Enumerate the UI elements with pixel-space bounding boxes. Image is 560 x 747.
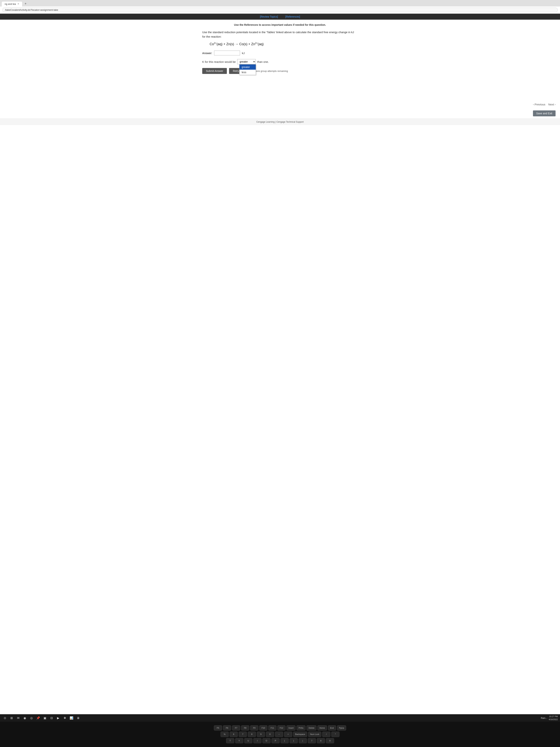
- taskbar-media-icon[interactable]: ▶: [56, 716, 61, 721]
- k-suffix: than one.: [257, 60, 269, 63]
- tab-label: ng and lea: [5, 3, 16, 5]
- reaction-formula: Co2+(aq) + Zn(s) → Co(s) + Zn2+(aq): [210, 42, 358, 46]
- key-y[interactable]: Y: [235, 738, 243, 743]
- question-text: Use the standard reduction potentials lo…: [202, 30, 358, 39]
- taskbar: ⊙ ⊞ ✉ ◉ ◎ 📌 ▣ ⊟ ▶ ❖ 📊 🖥 Rain... 10:27 PM…: [0, 714, 560, 722]
- dropdown-item-greater[interactable]: greater: [239, 65, 256, 70]
- previous-button[interactable]: ‹ Previous: [533, 103, 545, 106]
- key-pipe[interactable]: |: [299, 738, 307, 743]
- page-content: [Review Topics] [References] Use the Ref…: [0, 14, 560, 714]
- taskbar-mail-icon[interactable]: ✉: [16, 716, 21, 721]
- reference-note: Use the References to access important v…: [202, 23, 358, 26]
- key-9[interactable]: 9: [257, 731, 265, 737]
- next-label: Next: [548, 103, 554, 106]
- next-button[interactable]: Next ›: [548, 103, 556, 106]
- key-minus[interactable]: −: [275, 731, 283, 737]
- key-num8[interactable]: 8: [317, 738, 325, 743]
- answer-unit: kJ: [242, 52, 245, 55]
- key-home[interactable]: Home: [317, 725, 327, 730]
- key-delete[interactable]: Delete: [306, 725, 317, 730]
- key-equals[interactable]: =: [284, 731, 292, 737]
- k-prefix: K for this reaction would be: [202, 60, 236, 63]
- address-bar: [0, 6, 560, 14]
- url-input[interactable]: [2, 7, 558, 12]
- key-numlock[interactable]: Num Lock: [308, 731, 321, 737]
- k-dropdown-popup: greater less: [239, 64, 256, 75]
- key-row-fn: F5 F6 F7 F8 F9 F10 F11 F12 Insert PrtSc …: [2, 725, 558, 730]
- key-u[interactable]: U: [244, 738, 252, 743]
- taskbar-search-icon[interactable]: ⊙: [2, 716, 7, 721]
- tab-bar: ng and lea ✕ +: [0, 0, 560, 6]
- chevron-left-icon: ‹: [533, 103, 534, 106]
- key-6[interactable]: 6: [230, 731, 238, 737]
- taskbar-time-value: 10:27 PM: [549, 715, 558, 718]
- key-f7[interactable]: F7: [232, 725, 240, 730]
- taskbar-right: Rain... 10:27 PM 4/16/2022: [541, 715, 558, 721]
- key-row-num: % 6 7 8 9 0 − = Backspace Num Lock / *: [2, 731, 558, 737]
- browser-chrome: ng and lea ✕ +: [0, 0, 560, 14]
- key-backspace[interactable]: Backspace: [293, 731, 307, 737]
- key-percent[interactable]: %: [220, 731, 229, 737]
- save-exit-bar: Save and Exit: [0, 109, 560, 119]
- key-insert[interactable]: Insert: [287, 725, 296, 730]
- save-exit-button[interactable]: Save and Exit: [533, 110, 556, 117]
- taskbar-taskview-icon[interactable]: ▣: [42, 716, 47, 721]
- key-rbracket[interactable]: }: [290, 738, 298, 743]
- key-f8[interactable]: F8: [241, 725, 249, 730]
- k-dropdown[interactable]: greater less: [237, 59, 256, 64]
- new-tab-button[interactable]: +: [23, 1, 28, 6]
- key-8[interactable]: 8: [248, 731, 256, 737]
- key-prtsc[interactable]: PrtSc: [296, 725, 305, 730]
- key-num7[interactable]: 7: [308, 738, 316, 743]
- taskbar-browser-icon[interactable]: ◉: [22, 716, 27, 721]
- answer-row: Answer: kJ: [202, 51, 358, 55]
- key-o[interactable]: O: [262, 738, 271, 743]
- key-row-bottom: T Y U I O P { } | 7 8 9: [2, 738, 558, 743]
- key-f12[interactable]: F12: [277, 725, 286, 730]
- taskbar-clock: 10:27 PM 4/16/2022: [549, 715, 558, 721]
- key-7[interactable]: 7: [239, 731, 247, 737]
- key-numslash[interactable]: /: [322, 731, 330, 737]
- taskbar-app1-icon[interactable]: ❖: [62, 716, 68, 721]
- key-i[interactable]: I: [254, 738, 262, 743]
- key-end[interactable]: End: [328, 725, 336, 730]
- chevron-right-icon: ›: [555, 103, 556, 106]
- key-lbracket[interactable]: {: [281, 738, 289, 743]
- references-link[interactable]: [References]: [285, 15, 300, 18]
- taskbar-app2-icon[interactable]: 📊: [69, 716, 74, 721]
- key-p[interactable]: P: [271, 738, 279, 743]
- dropdown-item-less[interactable]: less: [239, 70, 256, 75]
- key-pgup[interactable]: PgUp: [337, 725, 346, 730]
- attempts-text: 2 more group attempts remaining: [252, 70, 288, 73]
- previous-label: Previous: [534, 103, 545, 106]
- key-t[interactable]: T: [226, 738, 234, 743]
- question-container: Use the References to access important v…: [197, 20, 363, 78]
- taskbar-app3-icon[interactable]: 🖥: [76, 716, 81, 721]
- review-topics-link[interactable]: [Review Topics]: [260, 15, 278, 18]
- answer-label: Answer:: [202, 52, 212, 55]
- tab-close-icon[interactable]: ✕: [18, 3, 19, 5]
- key-f10[interactable]: F10: [259, 725, 267, 730]
- nav-footer: ‹ Previous Next ›: [0, 100, 560, 109]
- k-row: K for this reaction would be greater les…: [202, 59, 358, 64]
- submit-answer-button[interactable]: Submit Answer: [202, 68, 227, 74]
- taskbar-chrome-icon[interactable]: ◎: [29, 716, 34, 721]
- top-nav: [Review Topics] [References]: [0, 14, 560, 20]
- active-tab[interactable]: ng and lea ✕: [1, 1, 22, 6]
- buttons-row: Submit Answer Retry Entire 2 more group …: [202, 68, 358, 74]
- taskbar-widget-icon[interactable]: ⊞: [9, 716, 14, 721]
- taskbar-menu-icon[interactable]: ⊟: [49, 716, 54, 721]
- key-0[interactable]: 0: [266, 731, 274, 737]
- keyboard-area: F5 F6 F7 F8 F9 F10 F11 F12 Insert PrtSc …: [0, 722, 560, 747]
- key-f9[interactable]: F9: [250, 725, 258, 730]
- answer-input[interactable]: [214, 51, 240, 55]
- footer-text: Cengage Learning | Cengage Technical Sup…: [256, 121, 304, 123]
- key-f6[interactable]: F6: [223, 725, 231, 730]
- rain-label: Rain...: [541, 717, 547, 719]
- taskbar-pin-icon[interactable]: 📌: [35, 716, 41, 721]
- key-f5[interactable]: F5: [214, 725, 222, 730]
- taskbar-date-value: 4/16/2022: [549, 718, 558, 721]
- key-numstar[interactable]: *: [331, 731, 340, 737]
- key-num9[interactable]: 9: [326, 738, 334, 743]
- key-f11[interactable]: F11: [268, 725, 276, 730]
